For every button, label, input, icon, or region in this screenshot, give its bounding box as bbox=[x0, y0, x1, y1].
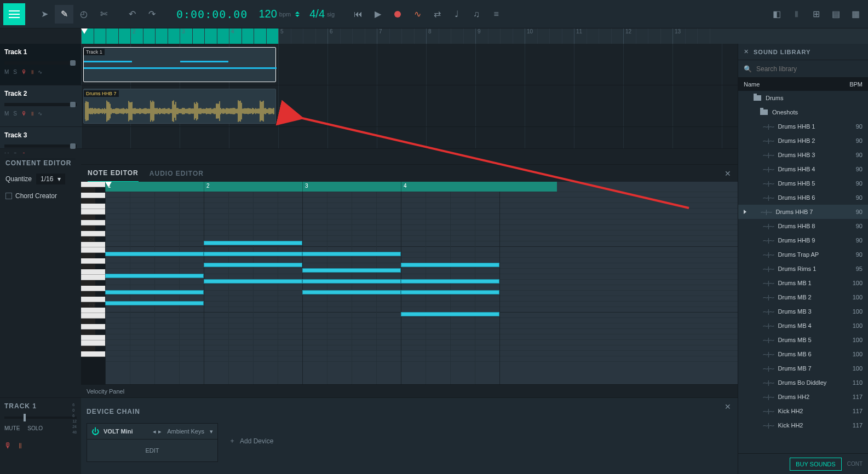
close-library-icon[interactable]: ✕ bbox=[744, 48, 749, 55]
power-icon[interactable]: ⏻ bbox=[91, 427, 99, 436]
countin-icon[interactable]: ♫ bbox=[467, 5, 486, 24]
panel-toggle-5-icon[interactable]: ▦ bbox=[846, 5, 865, 24]
midi-note[interactable] bbox=[105, 290, 204, 294]
buy-sounds-button[interactable]: BUY SOUNDS bbox=[790, 458, 842, 471]
record-icon[interactable] bbox=[388, 5, 407, 24]
solo-button[interactable]: S bbox=[13, 69, 17, 76]
library-item[interactable]: ⁓|⁓Drums MB 1100 bbox=[738, 276, 868, 290]
col-bpm[interactable]: BPM bbox=[849, 81, 863, 88]
library-item[interactable]: ⁓|⁓Drums HHB 890 bbox=[738, 219, 868, 233]
folder-item[interactable]: Oneshots bbox=[738, 105, 868, 119]
note-grid[interactable]: 1234 bbox=[105, 182, 738, 384]
track-header[interactable]: Track 3 MS🎙⦀∿ bbox=[0, 127, 81, 149]
add-device-button[interactable]: ＋ Add Device bbox=[229, 436, 273, 446]
library-item[interactable]: ⁓|⁓Drums Bo Diddley110 bbox=[738, 375, 868, 390]
library-item[interactable]: ⁓|⁓Drums HH2117 bbox=[738, 390, 868, 404]
track-volume-slider[interactable] bbox=[4, 144, 77, 148]
chevron-left-icon[interactable]: ◂ bbox=[153, 428, 156, 435]
library-item[interactable]: ⁓|⁓Drums HHB 690 bbox=[738, 190, 868, 205]
midi-icon[interactable]: ⦀ bbox=[31, 69, 33, 76]
track-lane[interactable]: Track 1 bbox=[81, 44, 738, 85]
panel-toggle-4-icon[interactable]: ▤ bbox=[826, 5, 845, 24]
track-volume-slider[interactable] bbox=[4, 103, 77, 106]
close-device-icon[interactable]: ✕ bbox=[725, 402, 731, 411]
library-item[interactable]: ⁓|⁓Kick HH2117 bbox=[738, 404, 868, 418]
library-item[interactable]: ⁓|⁓Drums HHB 590 bbox=[738, 176, 868, 190]
panel-toggle-1-icon[interactable]: ◧ bbox=[767, 5, 786, 24]
library-item[interactable]: ⁓|⁓Drums MB 3100 bbox=[738, 304, 868, 319]
mute-button[interactable]: MUTE bbox=[4, 425, 20, 431]
track-lane[interactable] bbox=[81, 127, 738, 149]
library-item[interactable]: ⁓|⁓Drums MB 4100 bbox=[738, 319, 868, 333]
col-name[interactable]: Name bbox=[744, 81, 760, 88]
library-item[interactable]: ⁓|⁓Drums HHB 990 bbox=[738, 233, 868, 247]
midi-note[interactable] bbox=[204, 263, 302, 267]
chevron-right-icon[interactable]: ▸ bbox=[158, 428, 162, 435]
bpm-control[interactable]: 120 bpm bbox=[254, 8, 304, 20]
menu-button[interactable] bbox=[3, 3, 25, 25]
search-input[interactable] bbox=[756, 65, 863, 73]
library-item[interactable]: ⁓|⁓Kick HH2117 bbox=[738, 418, 868, 432]
timeline-ruler[interactable]: 12345678910111213 bbox=[81, 28, 868, 44]
midi-note[interactable] bbox=[204, 241, 302, 245]
midi-note[interactable] bbox=[105, 274, 204, 278]
automation-icon[interactable]: ∿ bbox=[38, 111, 42, 117]
library-item[interactable]: ⁓|⁓Drums MB 7100 bbox=[738, 361, 868, 375]
metronome-icon[interactable]: ♩ bbox=[447, 5, 466, 24]
library-item[interactable]: ⁓|⁓Drums Trap AP90 bbox=[738, 247, 868, 262]
midi-note[interactable] bbox=[401, 263, 499, 267]
folder-item[interactable]: Drums bbox=[738, 91, 868, 105]
midi-note[interactable] bbox=[302, 279, 401, 284]
midi-note[interactable] bbox=[401, 312, 499, 316]
scissors-icon[interactable]: ✄ bbox=[94, 5, 113, 24]
clip[interactable]: Drums HHB 7 bbox=[83, 89, 276, 124]
midi-note[interactable] bbox=[302, 268, 401, 273]
preset-selector[interactable]: ◂ ▸ Ambient Keys ▾ bbox=[153, 428, 213, 435]
midi-note[interactable] bbox=[401, 279, 499, 284]
stopwatch-icon[interactable]: ◴ bbox=[74, 5, 93, 24]
midi-note[interactable] bbox=[401, 290, 499, 294]
track-volume-slider[interactable] bbox=[4, 61, 77, 65]
record-arm-icon[interactable]: 🎙 bbox=[21, 111, 27, 117]
timecode-display[interactable]: 0:00:00.00 bbox=[171, 8, 253, 21]
midi-note[interactable] bbox=[302, 290, 401, 294]
mute-button[interactable]: M bbox=[4, 111, 9, 117]
library-item[interactable]: ⁓|⁓Drums MB 6100 bbox=[738, 347, 868, 361]
mute-button[interactable]: M bbox=[4, 69, 9, 76]
redo-icon[interactable]: ↷ bbox=[142, 5, 161, 24]
close-editor-icon[interactable]: ✕ bbox=[725, 169, 731, 178]
library-item[interactable]: ⁓|⁓Drums HHB 390 bbox=[738, 148, 868, 162]
midi-note[interactable] bbox=[105, 301, 204, 305]
midi-icon[interactable]: ⦀ bbox=[31, 111, 33, 117]
chevron-down-icon[interactable]: ▾ bbox=[210, 428, 213, 435]
play-icon[interactable]: ▶ bbox=[369, 5, 387, 24]
bpm-spinner[interactable] bbox=[295, 11, 300, 17]
timesig-control[interactable]: 4/4 sig bbox=[305, 8, 339, 20]
track-lane[interactable]: Drums HHB 7 bbox=[81, 85, 738, 127]
solo-button[interactable]: SOLO bbox=[27, 425, 43, 431]
solo-button[interactable]: S bbox=[13, 111, 17, 117]
library-item[interactable]: ⁓|⁓Drums Rims 195 bbox=[738, 262, 868, 276]
record-arm-icon[interactable]: 🎙 bbox=[4, 441, 12, 450]
pointer-tool-icon[interactable]: ➤ bbox=[35, 5, 54, 24]
library-item[interactable]: ⁓|⁓Drums MB 5100 bbox=[738, 333, 868, 347]
library-item[interactable]: ⁓|⁓Drums MB 2100 bbox=[738, 290, 868, 304]
velocity-panel-label[interactable]: Velocity Panel bbox=[81, 384, 738, 397]
mixer-icon[interactable]: ≡ bbox=[487, 5, 505, 24]
loop-icon[interactable]: ⇄ bbox=[428, 5, 446, 24]
panel-toggle-3-icon[interactable]: ⊞ bbox=[807, 5, 825, 24]
library-item[interactable]: ⁓|⁓Drums HHB 190 bbox=[738, 119, 868, 134]
tab-audio-editor[interactable]: AUDIO EDITOR bbox=[150, 165, 204, 182]
edit-device-button[interactable]: EDIT bbox=[87, 440, 217, 461]
library-item[interactable]: ⁓|⁓Drums HHB 290 bbox=[738, 134, 868, 148]
undo-icon[interactable]: ↶ bbox=[123, 5, 141, 24]
piano-keyboard[interactable]: C4C3 bbox=[81, 182, 105, 384]
chord-creator-checkbox[interactable] bbox=[5, 193, 12, 199]
automation-icon[interactable]: ∿ bbox=[408, 5, 427, 24]
library-item[interactable]: ⁓|⁓Drums HHB 790 bbox=[738, 205, 868, 219]
pencil-tool-icon[interactable]: ✎ bbox=[55, 5, 73, 24]
clip[interactable]: Track 1 bbox=[83, 47, 276, 82]
midi-note[interactable] bbox=[302, 252, 401, 256]
track-header[interactable]: Track 2 MS🎙⦀∿ bbox=[0, 85, 81, 127]
midi-note[interactable] bbox=[105, 252, 204, 256]
